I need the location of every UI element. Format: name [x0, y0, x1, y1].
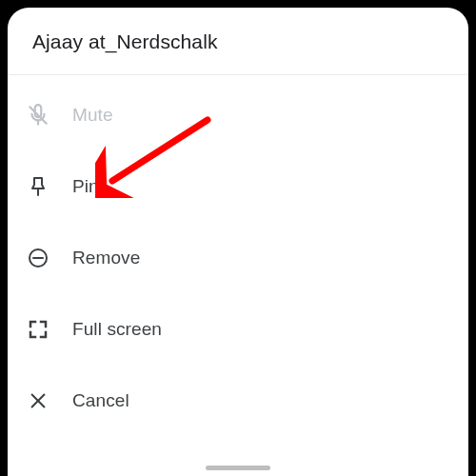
menu-label-pin: Pin [72, 176, 99, 197]
sheet-header: Ajaay at_Nerdschalk [8, 8, 468, 74]
fullscreen-icon [19, 318, 57, 341]
menu-item-fullscreen[interactable]: Full screen [8, 293, 468, 365]
menu-label-mute: Mute [72, 105, 113, 126]
menu-item-pin[interactable]: Pin [8, 150, 468, 222]
menu-label-fullscreen: Full screen [72, 319, 162, 340]
menu-item-cancel[interactable]: Cancel [8, 365, 468, 436]
pin-icon [19, 175, 57, 198]
participant-name: Ajaay at_Nerdschalk [32, 30, 444, 53]
menu-label-cancel: Cancel [72, 390, 129, 411]
action-sheet: Ajaay at_Nerdschalk Mute [8, 8, 468, 476]
menu-list: Mute Pin Remove [8, 75, 468, 476]
remove-circle-icon [19, 247, 57, 269]
menu-item-mute: Mute [8, 79, 468, 150]
mic-off-icon [19, 103, 57, 128]
close-icon [19, 390, 57, 411]
bottom-handle[interactable] [206, 466, 270, 470]
menu-item-remove[interactable]: Remove [8, 222, 468, 293]
menu-label-remove: Remove [72, 248, 140, 268]
